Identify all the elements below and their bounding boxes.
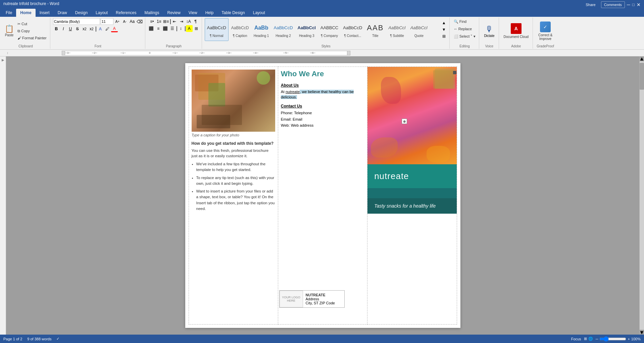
tab-help[interactable]: Help <box>201 9 218 17</box>
shrink-font-button[interactable]: A- <box>121 18 128 25</box>
scroll-up-button[interactable]: ▲ <box>640 56 644 61</box>
scroll-track[interactable] <box>640 61 644 330</box>
window-maximize[interactable]: □ <box>632 2 635 7</box>
tab-review[interactable]: Review <box>163 9 185 17</box>
contact-us-heading[interactable]: Contact Us <box>281 104 364 109</box>
vertical-scrollbar[interactable]: ▲ ▼ <box>639 56 644 335</box>
align-center-button[interactable]: ≡ <box>155 25 162 32</box>
center-column[interactable]: Who We Are About Us At nutreate, we beli… <box>278 67 367 325</box>
tab-draw[interactable]: Draw <box>54 9 71 17</box>
template-body[interactable]: You can use this fresh, professional bro… <box>192 148 275 159</box>
underline-button[interactable]: U <box>67 26 74 32</box>
replace-button[interactable]: ↔ Replace <box>452 26 473 32</box>
phone-line[interactable]: Phone: Telephone <box>281 110 364 116</box>
styles-scroll-down[interactable]: ▼ <box>441 26 447 33</box>
style-quote[interactable]: AaBbCcI Quote <box>408 18 430 41</box>
highlight-button[interactable]: 🖊 <box>104 26 111 32</box>
correct-improve-button[interactable]: ✓ Correct &Improve <box>536 19 555 42</box>
line-spacing-button[interactable]: ↕ <box>178 25 184 32</box>
focus-label[interactable]: Focus <box>571 337 581 341</box>
style-company[interactable]: AABBCC ¶ Company <box>318 18 340 41</box>
tab-home[interactable]: Home <box>16 9 35 17</box>
style-normal[interactable]: AaBbCcD ¶ Normal <box>205 18 229 41</box>
find-button[interactable]: 🔍 Find <box>452 18 468 25</box>
doc-cloud-button[interactable]: A Document Cloud <box>502 19 531 42</box>
tab-mailings[interactable]: Mailings <box>140 9 163 17</box>
numbering-button[interactable]: 1≡ <box>156 18 162 25</box>
style-contact[interactable]: AaBbCcD ¶ Contact... <box>341 18 364 41</box>
tab-references[interactable]: References <box>112 9 140 17</box>
tab-table-design[interactable]: Table Design <box>217 9 249 17</box>
increase-indent-button[interactable]: ⇥ <box>178 18 185 25</box>
about-us-heading[interactable]: About Us <box>281 83 364 88</box>
web-line[interactable]: Web: Web address <box>281 122 364 128</box>
clear-format-button[interactable]: ⌫ <box>136 18 143 25</box>
style-caption[interactable]: AaBbCcD ¶ Caption <box>229 18 251 41</box>
email-line[interactable]: Email: Email <box>281 116 364 122</box>
bold-button[interactable]: B <box>53 26 60 32</box>
list-item-2[interactable]: To replace any tip text (such as this) w… <box>196 175 275 187</box>
tab-layout2[interactable]: Layout <box>249 9 269 17</box>
comments-button[interactable]: Comments <box>601 1 625 8</box>
template-heading[interactable]: How do you get started with this templat… <box>192 141 275 146</box>
window-close[interactable]: ✕ <box>637 2 641 7</box>
zoom-control[interactable]: ─ + 100% <box>596 336 641 342</box>
align-right-button[interactable]: ⬛ <box>162 25 169 32</box>
tab-insert[interactable]: Insert <box>36 9 54 17</box>
styles-expand[interactable]: ⊞ <box>441 33 447 40</box>
print-layout-view[interactable]: ⊞ <box>584 337 587 341</box>
copy-button[interactable]: ⧉ Copy <box>16 28 48 34</box>
scroll-down-button[interactable]: ▼ <box>640 330 644 335</box>
photo-caption[interactable]: Type a caption for your photo <box>192 133 275 137</box>
style-title[interactable]: AAB Title <box>365 18 386 41</box>
zoom-out-button[interactable]: ─ <box>596 337 598 341</box>
address-box[interactable]: NUTREATE Address City, ST ZIP Code <box>303 292 338 306</box>
brand-name[interactable]: nutreate <box>374 171 409 181</box>
justify-button[interactable]: ☰ <box>169 25 176 32</box>
tab-file[interactable]: File <box>2 9 16 17</box>
right-column[interactable]: nutreate Tasty snacks for a healthy life <box>367 67 457 325</box>
format-painter-button[interactable]: 🖌 Format Painter <box>16 35 48 41</box>
list-item-3[interactable]: Want to insert a picture from your files… <box>196 188 275 212</box>
window-minimize[interactable]: ─ <box>627 2 630 7</box>
font-size-input[interactable] <box>101 18 113 25</box>
web-layout-view[interactable]: 🌐 <box>588 337 593 341</box>
left-column[interactable]: Type a caption for your photo How do you… <box>189 67 278 325</box>
tab-view[interactable]: View <box>185 9 201 17</box>
select-button[interactable]: ⬜ Select ˅ ▾ <box>452 33 477 40</box>
italic-button[interactable]: I <box>60 26 67 32</box>
bullets-button[interactable]: ≡• <box>149 18 155 25</box>
tagline[interactable]: Tasty snacks for a healthy life <box>374 203 436 209</box>
dictate-button[interactable]: 🎙 Dictate <box>482 19 496 42</box>
who-we-are-heading[interactable]: Who We Are <box>281 70 364 78</box>
superscript-button[interactable]: x2 <box>88 26 95 32</box>
shading-button[interactable]: A <box>186 25 193 32</box>
paste-button[interactable]: 📋 Paste <box>3 21 15 41</box>
grow-font-button[interactable]: A+ <box>114 18 121 25</box>
styles-scroll-up[interactable]: ▲ <box>441 19 447 26</box>
subscript-button[interactable]: x2 <box>81 26 88 32</box>
table-move-handle[interactable]: ⊕ <box>402 119 407 124</box>
style-subtitle[interactable]: AaBbCcI ¶ Subtitle <box>386 18 407 41</box>
show-marks-button[interactable]: ¶ <box>192 18 199 25</box>
style-heading3[interactable]: AaBbCcI Heading 3 <box>296 18 318 41</box>
multilevel-list-button[interactable]: ⊞≡ <box>163 18 169 25</box>
align-left-button[interactable]: ⬛ <box>148 25 155 32</box>
list-item-1[interactable]: We've included a few tips throughout the… <box>196 161 275 173</box>
style-heading2[interactable]: AaBbCcD Heading 2 <box>272 18 295 41</box>
style-heading1[interactable]: AaBb Heading 1 <box>252 18 271 41</box>
zoom-slider-input[interactable] <box>599 336 626 342</box>
brand-link[interactable]: nutreate <box>286 90 300 94</box>
cut-button[interactable]: ✂ Cut <box>16 20 48 27</box>
logo-box[interactable]: YOUR LOGO HERE <box>280 291 303 307</box>
decrease-indent-button[interactable]: ⇤ <box>171 18 178 25</box>
style-no-spacing[interactable]: AaBbCcI ¶ No Spac... <box>205 42 227 42</box>
font-color-button[interactable]: A <box>111 26 118 32</box>
sort-button[interactable]: ↕A <box>185 18 192 25</box>
tab-design[interactable]: Design <box>71 9 92 17</box>
strikethrough-button[interactable]: S <box>74 26 81 32</box>
borders-button[interactable]: ⊞ <box>193 25 200 32</box>
change-case-button[interactable]: Aa <box>129 18 136 25</box>
resize-handle[interactable] <box>453 71 456 74</box>
font-family-input[interactable] <box>53 18 100 25</box>
